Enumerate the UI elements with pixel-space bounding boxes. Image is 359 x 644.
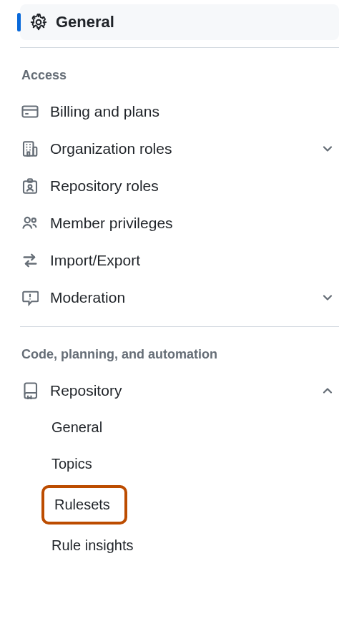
sidebar-item-label: Rule insights bbox=[51, 537, 134, 554]
svg-point-0 bbox=[36, 20, 41, 25]
sidebar-item-billing[interactable]: Billing and plans bbox=[20, 93, 339, 130]
sidebar-item-label: Repository roles bbox=[50, 177, 335, 195]
svg-rect-4 bbox=[24, 142, 34, 156]
divider bbox=[20, 326, 339, 327]
sidebar-item-repository-roles[interactable]: Repository roles bbox=[20, 167, 339, 205]
sidebar-subitem-rule-insights[interactable]: Rule insights bbox=[20, 527, 339, 564]
svg-point-15 bbox=[29, 185, 32, 188]
sidebar-item-label: Moderation bbox=[50, 289, 320, 306]
organization-icon bbox=[21, 140, 41, 157]
svg-point-16 bbox=[25, 218, 30, 223]
svg-point-21 bbox=[29, 298, 31, 300]
sidebar-item-label: Organization roles bbox=[50, 140, 320, 157]
sidebar-item-repository[interactable]: Repository bbox=[20, 372, 339, 409]
credit-card-icon bbox=[21, 103, 41, 120]
sidebar-item-label: Billing and plans bbox=[50, 103, 335, 120]
svg-rect-12 bbox=[27, 152, 29, 156]
sidebar-item-member-privileges[interactable]: Member privileges bbox=[20, 205, 339, 242]
sidebar-subitem-topics[interactable]: Topics bbox=[20, 446, 339, 482]
gear-icon bbox=[30, 14, 47, 31]
arrows-switch-icon bbox=[21, 252, 41, 269]
chevron-down-icon bbox=[320, 291, 335, 305]
svg-point-17 bbox=[32, 218, 36, 222]
divider bbox=[20, 47, 339, 48]
sidebar-item-moderation[interactable]: Moderation bbox=[20, 279, 339, 316]
sidebar-item-label: Topics bbox=[51, 456, 92, 472]
sidebar-item-label: Member privileges bbox=[50, 215, 335, 232]
sidebar-item-label: Repository bbox=[50, 382, 320, 399]
chevron-down-icon bbox=[320, 142, 335, 156]
sidebar-item-label: General bbox=[56, 13, 114, 31]
svg-rect-5 bbox=[34, 147, 37, 156]
sidebar-item-general-active[interactable]: General bbox=[20, 4, 339, 40]
sidebar-subitem-rulesets-highlighted[interactable]: Rulesets bbox=[41, 485, 127, 525]
people-icon bbox=[21, 215, 41, 232]
sidebar-item-label: General bbox=[51, 419, 102, 436]
report-icon bbox=[21, 289, 41, 306]
sidebar-item-organization-roles[interactable]: Organization roles bbox=[20, 130, 339, 167]
id-badge-icon bbox=[21, 177, 41, 195]
sidebar-item-import-export[interactable]: Import/Export bbox=[20, 242, 339, 279]
sidebar-subitem-general[interactable]: General bbox=[20, 409, 339, 446]
repo-icon bbox=[21, 382, 41, 399]
active-indicator bbox=[17, 13, 21, 31]
sidebar-item-label: Rulesets bbox=[54, 497, 110, 512]
svg-rect-1 bbox=[23, 107, 38, 117]
section-heading-access: Access bbox=[21, 68, 339, 83]
chevron-up-icon bbox=[320, 384, 335, 398]
sidebar-item-label: Import/Export bbox=[50, 252, 335, 269]
section-heading-code: Code, planning, and automation bbox=[21, 347, 339, 362]
